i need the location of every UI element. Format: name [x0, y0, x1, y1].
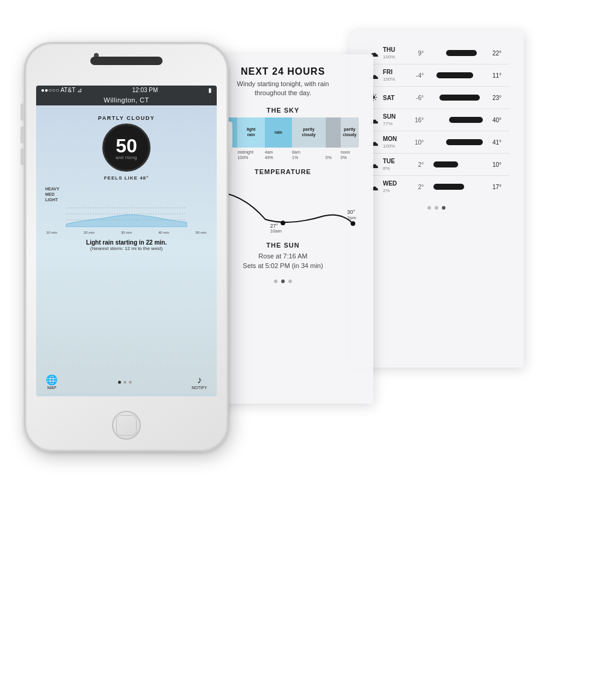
high-temp: 17° [492, 184, 509, 190]
low-temp: 10° [407, 139, 424, 146]
high-temp: 41° [492, 139, 509, 146]
temp-bar-wrap [427, 160, 489, 169]
day-label: MON100% [383, 136, 407, 149]
card1-title: NEXT 24 HOURS [207, 66, 359, 77]
low-temp: 16° [407, 117, 424, 123]
temp-svg: 50° 5pm 27° 10am 30° 2pm [207, 179, 359, 233]
high-temp: 11° [492, 72, 509, 79]
sun-title: THE SUN [207, 242, 359, 249]
phone-speaker [90, 57, 163, 65]
temperature: 50 [116, 136, 137, 155]
clock: 12:03 PM [132, 87, 158, 93]
temp-bar-wrap [427, 71, 489, 80]
notify-icon: ♪ [191, 375, 207, 386]
weekly-rows: ☁ THU100% 9° 22° ☁ FRI100% -4° 11° ☀ SAT… [364, 42, 509, 198]
temp-bar [436, 72, 473, 78]
battery-icon: ▮ [208, 87, 212, 93]
phone-frame: ●●○○○ AT&T ⊿ 12:03 PM ▮ Willington, CT P… [24, 42, 229, 452]
rain-chart-area: HEAVY MED LIGHT 10 min 20 min [45, 187, 208, 234]
temp-bar [433, 184, 464, 190]
svg-text:10am: 10am [270, 228, 282, 233]
temp-chart: 50° 5pm 27° 10am 30° 2pm [207, 179, 359, 233]
feels-like: FEELS LIKE 48° [98, 175, 155, 181]
low-temp: 2° [407, 161, 424, 168]
sky-segment: partly cloudy [341, 117, 359, 148]
map-nav[interactable]: 🌐 MAP [46, 374, 58, 390]
condition-label: PARTLY CLOUDY [98, 115, 155, 121]
weekly-row: ☁ THU100% 9° 22° [364, 42, 509, 64]
svg-point-4 [281, 220, 285, 225]
weekly-forecast-card: ☁ THU100% 9° 22° ☁ FRI100% -4° 11° ☀ SAT… [349, 30, 524, 367]
notify-nav[interactable]: ♪ NOTIFY [191, 375, 207, 390]
temp-circle: 50 and rising [102, 123, 150, 172]
card1-dots [207, 280, 359, 283]
temp-bar-wrap [427, 183, 489, 191]
sun-text: Rose at 7:16 AM Sets at 5:02 PM (in 34 m… [207, 251, 359, 271]
temp-bar [439, 95, 479, 101]
signal-carrier: ●●○○○ AT&T ⊿ [41, 87, 82, 93]
sky-segment: lightrain [237, 117, 264, 148]
day-label: FRI100% [383, 69, 407, 82]
weekly-row: ☁ MON100% 10° 41° [364, 131, 509, 154]
rain-time-labels: 10 min 20 min 30 min 40 min 50 min [45, 231, 208, 234]
weekly-row: ☁ SUN77% 16° 40° [364, 109, 509, 131]
temp-bar-wrap [427, 138, 489, 146]
page-dots [118, 381, 132, 384]
sky-segment [326, 117, 341, 148]
low-temp: 9° [407, 50, 424, 57]
location-label: Willington, CT [36, 95, 217, 105]
sky-percentages: 93%100%49%1%0%0% [207, 155, 359, 160]
temp-bar-wrap [427, 116, 489, 124]
day-label: TUE8% [383, 158, 407, 171]
low-temp: -6° [407, 95, 424, 101]
day-label: THU100% [383, 46, 407, 60]
svg-point-5 [350, 221, 355, 226]
temp-bar [446, 139, 483, 145]
scene: ●●○○○ AT&T ⊿ 12:03 PM ▮ Willington, CT P… [24, 18, 578, 681]
low-temp: 2° [407, 184, 424, 190]
temp-title: TEMPERATURE [207, 168, 359, 175]
high-temp: 10° [492, 161, 509, 168]
day-label: SUN77% [383, 113, 407, 127]
high-temp: 22° [492, 50, 509, 57]
temp-bar-wrap [427, 49, 489, 57]
svg-text:30°: 30° [347, 208, 355, 214]
temp-bar [433, 161, 458, 167]
temp-bar [446, 50, 477, 56]
weekly-row: ☀ SAT -6° 23° [364, 87, 509, 109]
home-button[interactable] [112, 411, 141, 440]
weekly-row: ☁ FRI100% -4° 11° [364, 64, 509, 87]
rain-chart [45, 203, 208, 227]
weekly-row: ☁ TUE8% 2° 10° [364, 154, 509, 176]
day-label: WED2% [383, 180, 407, 193]
high-temp: 23° [492, 95, 509, 101]
map-icon: 🌐 [46, 374, 58, 386]
sky-title: THE SKY [207, 107, 359, 114]
sky-segment: rain [265, 117, 292, 148]
temp-bar [449, 117, 483, 123]
rain-message: Light rain starting in 22 min. (Nearest … [86, 239, 167, 251]
screen-body: PARTLY CLOUDY 50 and rising FEELS LIKE 4… [36, 105, 217, 393]
status-bar: ●●○○○ AT&T ⊿ 12:03 PM ▮ [36, 86, 217, 95]
phone-screen: ●●○○○ AT&T ⊿ 12:03 PM ▮ Willington, CT P… [36, 86, 217, 396]
high-temp: 40° [492, 117, 509, 123]
day-label: SAT [383, 95, 407, 101]
card2-dots [364, 206, 509, 210]
weekly-row: ☁ WED2% 2° 17° [364, 176, 509, 198]
sky-segment: partlycloudy [292, 117, 325, 148]
low-temp: -4° [407, 72, 424, 79]
rain-levels: HEAVY MED LIGHT [45, 187, 208, 202]
rising-label: and rising [116, 155, 137, 160]
svg-text:2pm: 2pm [347, 215, 356, 220]
screen-nav: 🌐 MAP ♪ NOTIFY [36, 374, 217, 390]
card1-subtitle: Windy starting tonight, with rainthrough… [207, 80, 359, 98]
temp-bar-wrap [427, 93, 489, 102]
weather-main: PARTLY CLOUDY 50 and rising FEELS LIKE 4… [98, 115, 155, 181]
